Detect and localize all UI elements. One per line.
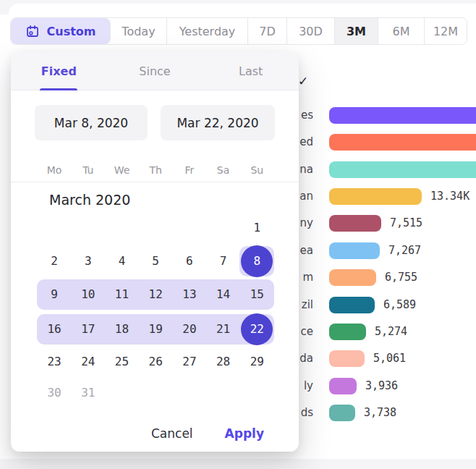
calendar-day-31[interactable]: 31: [71, 378, 105, 408]
date-range-toolbar: Custom TodayYesterday7D30D3M6M12M: [10, 17, 467, 45]
calendar-day-29[interactable]: 29: [240, 347, 274, 377]
calendar-day-28[interactable]: 28: [206, 347, 240, 377]
chart-category-label[interactable]: m: [302, 269, 313, 286]
apply-button[interactable]: Apply: [225, 426, 264, 441]
weekday-label: Sa: [206, 161, 240, 179]
range-6m-button[interactable]: 6M: [378, 18, 425, 44]
tab-label: Fixed: [41, 64, 77, 78]
calendar-day-14[interactable]: 14: [206, 279, 240, 310]
end-date-input[interactable]: Mar 22, 2020: [161, 105, 275, 140]
calendar-day-24[interactable]: 24: [71, 347, 105, 377]
calendar-day-13[interactable]: 13: [172, 279, 206, 310]
chart-bar[interactable]: [329, 324, 366, 340]
chart-category-label[interactable]: ce: [301, 323, 313, 340]
calendar-day-27[interactable]: 27: [172, 347, 206, 377]
weekday-label: Tu: [71, 161, 105, 179]
range-30d-button[interactable]: 30D: [287, 18, 335, 44]
chart-value-label: 3,738: [364, 404, 396, 421]
calendar-day-15[interactable]: 15: [240, 279, 274, 310]
calendar-day-4[interactable]: 4: [105, 246, 139, 276]
chart-bar[interactable]: [329, 405, 355, 421]
chart-category-label[interactable]: da: [299, 350, 313, 367]
calendar-day-19[interactable]: 19: [139, 314, 173, 345]
datepicker-popup: FixedSinceLast Mar 8, 2020 Mar 22, 2020 …: [11, 52, 299, 452]
chart-bar[interactable]: [329, 350, 365, 367]
chart-category-label[interactable]: ds: [301, 404, 313, 421]
chart-bar[interactable]: [329, 134, 476, 151]
chart-category-label[interactable]: es: [301, 106, 313, 124]
start-date-input[interactable]: Mar 8, 2020: [35, 105, 148, 140]
chart-category-label[interactable]: ea: [300, 242, 313, 259]
chart-bar[interactable]: [329, 378, 357, 394]
range-7d-button[interactable]: 7D: [248, 18, 287, 44]
chart-bar[interactable]: [329, 297, 375, 313]
calendar-day-17[interactable]: 17: [71, 314, 105, 345]
active-tab-underline: [40, 88, 77, 90]
calendar-day-5[interactable]: 5: [139, 246, 173, 276]
range-custom-button[interactable]: Custom: [11, 18, 111, 44]
calendar-day-25[interactable]: 25: [105, 347, 139, 377]
chart-bar[interactable]: [329, 188, 422, 205]
tab-last[interactable]: Last: [203, 52, 299, 90]
chart-category-label[interactable]: ly: [304, 377, 313, 394]
chart-value-label: 6,589: [383, 296, 416, 313]
chart-category-label[interactable]: an: [299, 187, 313, 205]
chart-bar[interactable]: [329, 107, 476, 124]
calendar-day-3[interactable]: 3: [71, 246, 105, 276]
calendar-day-6[interactable]: 6: [172, 246, 206, 276]
datepicker-tabs: FixedSinceLast: [11, 52, 299, 90]
cancel-button[interactable]: Cancel: [151, 426, 193, 441]
calendar-day-8[interactable]: 8: [240, 246, 274, 276]
chart-bar[interactable]: [329, 269, 376, 286]
calendar-day-20[interactable]: 20: [172, 314, 206, 345]
month-title: March 2020: [49, 192, 130, 208]
weekday-label: Fr: [172, 161, 206, 179]
chart-category-label[interactable]: ed: [299, 133, 313, 151]
datepicker-footer: Cancel Apply: [11, 421, 264, 446]
chart-bar[interactable]: [329, 161, 476, 178]
calendar-day-2[interactable]: 2: [38, 246, 72, 276]
calendar-day-12[interactable]: 12: [139, 279, 173, 310]
calendar-day-21[interactable]: 21: [206, 314, 240, 345]
calendar-day-16[interactable]: 16: [38, 314, 72, 345]
end-date-value: Mar 22, 2020: [177, 116, 258, 130]
check-icon: ✓: [298, 74, 308, 88]
weekday-label: We: [105, 161, 139, 179]
start-date-value: Mar 8, 2020: [54, 116, 128, 130]
tab-since[interactable]: Since: [107, 52, 203, 90]
chart-category-label[interactable]: na: [299, 161, 313, 178]
chart-value-label: 5,274: [375, 323, 407, 340]
calendar-day-1[interactable]: 1: [240, 213, 274, 243]
calendar-day-30[interactable]: 30: [38, 378, 72, 408]
page: esednaan13.34Kny7,515ea7,267m6,755zil6,5…: [0, 0, 476, 469]
calendar-day-23[interactable]: 23: [38, 347, 72, 377]
calendar-day-7[interactable]: 7: [206, 246, 240, 276]
chart-value-label: 13.34K: [430, 187, 469, 205]
calendar-day-18[interactable]: 18: [105, 314, 139, 345]
calendar-day-26[interactable]: 26: [139, 347, 173, 377]
chart-category-label[interactable]: ny: [300, 214, 313, 232]
chart-category-label[interactable]: zil: [302, 296, 313, 313]
calendar-icon: [25, 24, 40, 38]
chart-value-label: 6,755: [385, 269, 417, 286]
calendar-day-22[interactable]: 22: [240, 314, 274, 345]
chart-value-label: 7,267: [388, 242, 421, 259]
page-bottom-band: [0, 459, 476, 469]
range-yesterday-button[interactable]: Yesterday: [167, 18, 248, 44]
calendar-day-9[interactable]: 9: [38, 279, 72, 310]
range-12m-button[interactable]: 12M: [425, 18, 467, 44]
chart-bar[interactable]: [329, 242, 380, 259]
calendar-day-10[interactable]: 10: [71, 279, 105, 310]
weekday-label: Su: [240, 161, 274, 179]
calendar-day-11[interactable]: 11: [105, 279, 139, 310]
tab-label: Since: [139, 64, 170, 78]
chart-bar[interactable]: [329, 215, 381, 232]
weekday-label: Th: [139, 161, 173, 179]
chart-value-label: 7,515: [390, 214, 422, 232]
chart-value-label: 5,061: [373, 350, 406, 367]
tab-fixed[interactable]: Fixed: [11, 52, 107, 90]
tab-label: Last: [239, 64, 263, 78]
range-today-button[interactable]: Today: [111, 18, 167, 44]
weekday-label: Mo: [38, 161, 72, 179]
range-3m-button[interactable]: 3M: [335, 18, 378, 44]
